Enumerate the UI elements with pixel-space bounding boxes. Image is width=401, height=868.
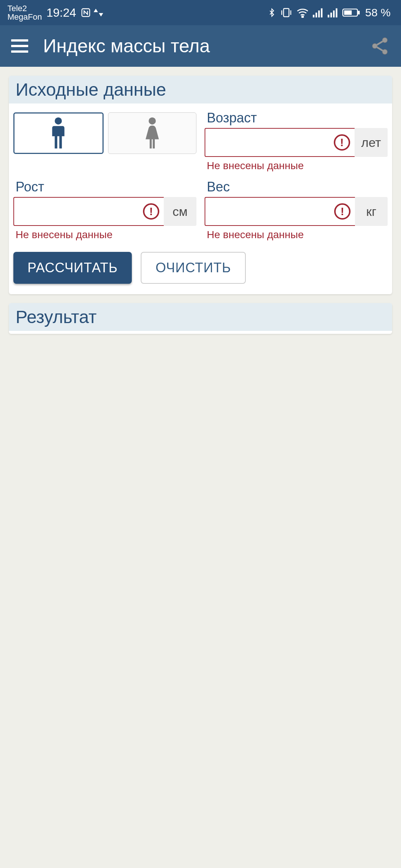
wifi-icon (296, 7, 309, 18)
height-field: Рост ! см Не внесены данные (13, 179, 196, 241)
age-error: Не внесены данные (205, 160, 388, 172)
signal-2-icon (327, 8, 339, 17)
weight-input[interactable]: ! (205, 197, 355, 226)
clock: 19:24 (46, 6, 76, 20)
app-bar: Индекс массы тела (0, 25, 401, 67)
svg-point-17 (55, 117, 62, 124)
svg-rect-13 (344, 10, 351, 15)
gender-female-button[interactable] (108, 112, 197, 154)
svg-point-18 (149, 117, 156, 124)
svg-rect-12 (358, 11, 360, 14)
age-unit: лет (355, 128, 388, 157)
weight-label: Вес (205, 179, 388, 195)
share-button[interactable] (370, 36, 390, 56)
female-icon (142, 117, 163, 149)
gender-male-button[interactable] (13, 112, 104, 154)
result-card-header: Результат (9, 303, 392, 331)
signal-1-icon (313, 8, 324, 17)
gender-field (13, 110, 196, 172)
calculate-button[interactable]: РАССЧИТАТЬ (13, 252, 132, 284)
height-unit: см (164, 197, 196, 226)
nfc-icon (81, 7, 91, 18)
menu-button[interactable] (11, 39, 28, 53)
alert-icon: ! (143, 203, 159, 220)
weight-error: Не внесены данные (205, 229, 388, 241)
height-error: Не внесены данные (13, 229, 196, 241)
page-title: Индекс массы тела (43, 35, 355, 57)
svg-rect-1 (283, 9, 289, 17)
weight-field: Вес ! кг Не внесены данные (205, 179, 388, 241)
status-bar: Tele2 MegaFon 19:24 58 % (0, 0, 401, 25)
battery-percent: 58 % (365, 6, 391, 19)
alert-icon: ! (334, 134, 350, 151)
svg-rect-8 (330, 13, 332, 17)
result-card: Результат (9, 303, 392, 334)
svg-rect-4 (315, 13, 317, 17)
clear-button[interactable]: ОЧИСТИТЬ (141, 252, 246, 284)
battery-icon (342, 8, 360, 17)
input-card-header: Исходные данные (9, 76, 392, 103)
input-card: Исходные данные (9, 76, 392, 294)
carrier-labels: Tele2 MegaFon (7, 4, 42, 21)
height-input[interactable]: ! (13, 197, 164, 226)
svg-rect-9 (333, 10, 335, 17)
carrier-2: MegaFon (7, 13, 42, 21)
bluetooth-icon (267, 7, 276, 18)
age-label: Возраст (205, 110, 388, 126)
svg-rect-10 (336, 8, 337, 17)
status-icons-right: 58 % (267, 6, 391, 19)
height-label: Рост (13, 179, 196, 195)
age-field: Возраст ! лет Не внесены данные (205, 110, 388, 172)
svg-rect-6 (321, 8, 322, 17)
svg-rect-7 (327, 15, 329, 17)
carrier-1: Tele2 (7, 4, 42, 13)
age-input[interactable]: ! (205, 128, 355, 157)
content: Исходные данные (0, 67, 401, 352)
svg-rect-5 (318, 10, 320, 17)
status-icons-left (81, 7, 104, 18)
svg-rect-3 (313, 15, 314, 17)
male-icon (48, 117, 69, 149)
svg-point-2 (302, 16, 303, 17)
vibrate-icon (280, 7, 293, 18)
alert-icon: ! (334, 203, 351, 220)
weight-unit: кг (355, 197, 388, 226)
traffic-icon (93, 7, 104, 18)
